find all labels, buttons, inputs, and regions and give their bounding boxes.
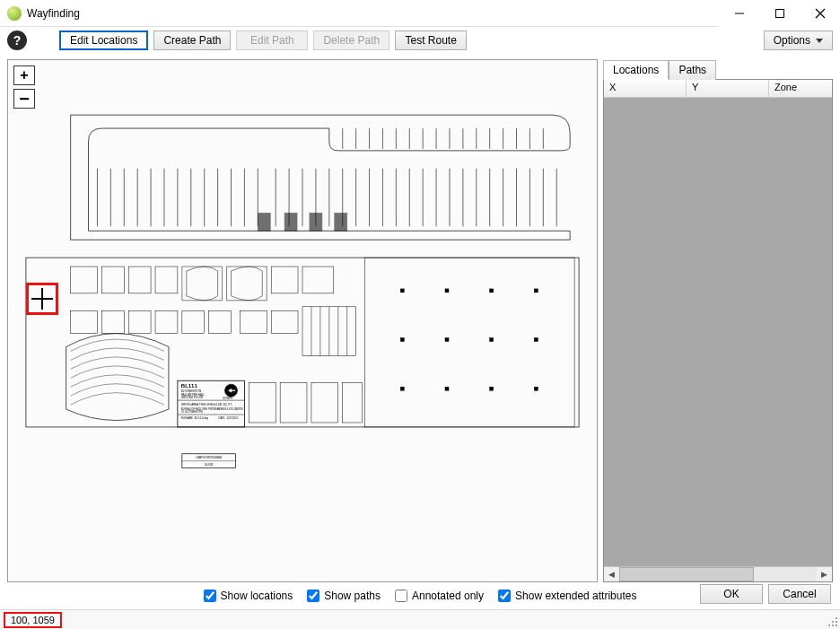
col-y[interactable]: Y — [687, 80, 769, 97]
close-button[interactable] — [800, 0, 840, 27]
svg-rect-80 — [365, 258, 575, 427]
svg-rect-84 — [534, 289, 538, 293]
scroll-thumb[interactable] — [619, 567, 754, 581]
tb-floor: GROUND FLOOR — [181, 396, 203, 399]
svg-point-108 — [828, 625, 830, 626]
svg-rect-95 — [311, 382, 338, 423]
chk-show-extended-label: Show extended attributes — [515, 590, 636, 602]
svg-rect-71 — [302, 266, 334, 293]
svg-rect-1 — [775, 9, 783, 17]
svg-point-103 — [836, 617, 837, 619]
tb-date-label: DATE: — [219, 416, 226, 420]
svg-rect-56 — [284, 213, 297, 231]
floorplan: BL111 BLOOMINGTON BALLANTINE HALL GROUND… — [17, 78, 588, 473]
window-title: Wayfinding — [27, 7, 80, 20]
resize-grip-icon[interactable] — [827, 616, 838, 627]
create-path-button[interactable]: Create Path — [153, 31, 231, 50]
svg-point-104 — [836, 621, 837, 623]
tab-paths[interactable]: Paths — [669, 60, 716, 80]
svg-rect-66 — [128, 311, 151, 334]
chk-show-extended-input[interactable] — [498, 590, 511, 602]
svg-rect-65 — [101, 311, 124, 334]
scroll-left-icon[interactable]: ◀ — [604, 567, 619, 582]
window-controls — [719, 0, 840, 27]
minimize-button[interactable] — [719, 0, 759, 27]
tb-filename-value: BL111-0.dwg — [195, 416, 209, 420]
chk-show-extended[interactable]: Show extended attributes — [498, 590, 636, 602]
right-panel: Locations Paths X Y Zone ◀ ▶ — [603, 59, 833, 582]
chk-show-locations[interactable]: Show locations — [204, 590, 293, 602]
ok-button[interactable]: OK — [700, 584, 763, 604]
chk-annotated-only[interactable]: Annotated only — [395, 590, 484, 602]
svg-rect-62 — [128, 266, 151, 293]
chk-show-paths[interactable]: Show paths — [307, 590, 381, 602]
chk-show-paths-input[interactable] — [307, 590, 319, 602]
svg-rect-57 — [310, 213, 322, 231]
horizontal-scrollbar[interactable]: ◀ ▶ — [604, 566, 832, 581]
tb-iu: I.U. BLOOMINGTON — [181, 410, 203, 414]
options-label: Options — [774, 34, 810, 47]
cursor-marker — [26, 283, 58, 315]
svg-point-107 — [832, 625, 834, 626]
svg-point-105 — [836, 625, 837, 626]
test-route-button[interactable]: Test Route — [395, 31, 467, 50]
svg-rect-67 — [155, 311, 178, 334]
content: + − — [0, 54, 840, 582]
chk-annotated-only-label: Annotated only — [412, 590, 484, 602]
edit-locations-button[interactable]: Edit Locations — [59, 31, 148, 50]
grid-body[interactable] — [604, 98, 832, 566]
cg-value: 54,031 — [205, 463, 214, 467]
locations-grid[interactable]: X Y Zone ◀ ▶ — [603, 79, 833, 582]
chk-annotated-only-input[interactable] — [395, 590, 407, 602]
chk-show-locations-label: Show locations — [221, 590, 293, 602]
svg-rect-64 — [71, 311, 98, 334]
svg-rect-89 — [400, 387, 404, 390]
svg-rect-68 — [182, 311, 205, 334]
svg-rect-61 — [101, 266, 124, 293]
zoom-out-button[interactable]: − — [13, 89, 35, 109]
map-canvas[interactable]: + − — [7, 59, 598, 582]
zoom-in-button[interactable]: + — [13, 66, 35, 85]
zoom-controls: + − — [13, 66, 35, 109]
maximize-button[interactable] — [759, 0, 800, 27]
chk-show-paths-label: Show paths — [324, 590, 381, 602]
col-x[interactable]: X — [604, 80, 687, 97]
svg-rect-55 — [258, 213, 270, 231]
svg-rect-60 — [71, 266, 98, 293]
titlebar: Wayfinding — [0, 0, 840, 27]
svg-rect-88 — [534, 338, 538, 342]
svg-rect-92 — [534, 387, 538, 390]
svg-rect-72 — [240, 311, 267, 334]
svg-rect-70 — [271, 266, 298, 293]
tb-filename-label: FILENAME — [181, 416, 193, 420]
cancel-button[interactable]: Cancel — [768, 584, 831, 604]
delete-path-button: Delete Path — [313, 31, 389, 50]
chk-show-locations-input[interactable] — [204, 590, 216, 602]
svg-rect-94 — [280, 382, 307, 423]
svg-rect-96 — [343, 382, 363, 423]
svg-rect-93 — [249, 382, 276, 423]
app-icon — [7, 6, 22, 21]
svg-point-106 — [832, 621, 834, 623]
options-button[interactable]: Options — [764, 31, 833, 50]
svg-rect-58 — [335, 213, 347, 231]
tb-area-label: GROSS AREA THIS LEVEL: — [181, 403, 215, 406]
cursor-coordinates: 100, 1059 — [4, 612, 62, 628]
svg-rect-81 — [400, 289, 404, 293]
col-zone[interactable]: Zone — [769, 80, 832, 97]
grid-header: X Y Zone — [604, 80, 832, 98]
edit-path-button: Edit Path — [236, 31, 308, 50]
svg-rect-73 — [271, 311, 298, 334]
tb-building-code: BL111 — [181, 383, 198, 389]
svg-rect-86 — [445, 338, 449, 342]
tb-date-value: 12/21/2012 — [227, 416, 239, 420]
scroll-right-icon[interactable]: ▶ — [817, 567, 832, 582]
tab-locations[interactable]: Locations — [603, 60, 669, 80]
statusbar: 100, 1059 — [0, 609, 840, 629]
svg-rect-69 — [209, 311, 232, 334]
toolbar: ? Edit Locations Create Path Edit Path D… — [0, 27, 840, 54]
help-button[interactable]: ? — [7, 31, 27, 50]
dialog-actions: OK Cancel — [700, 584, 831, 604]
svg-rect-91 — [490, 387, 494, 390]
chevron-down-icon — [816, 39, 823, 43]
